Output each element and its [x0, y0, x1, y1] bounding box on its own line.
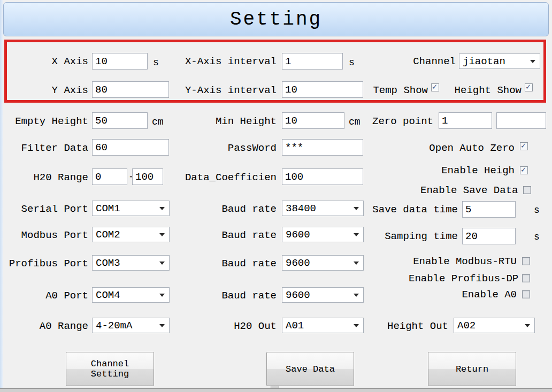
a0-range-value: 4-20mA: [93, 320, 159, 332]
serial-baud-rate-dropdown[interactable]: 38400: [282, 201, 364, 216]
empty-height-input[interactable]: [92, 112, 148, 129]
profibus-port-value: COM3: [93, 257, 159, 269]
chevron-down-icon: [159, 233, 165, 236]
x-axis-interval-input[interactable]: [282, 53, 343, 70]
a0-port-dropdown[interactable]: COM4: [92, 287, 170, 303]
h20-range-from-input[interactable]: [92, 168, 127, 185]
enable-profibus-dp-label: Enable Profibus-DP: [409, 272, 517, 285]
a0-port-value: COM4: [93, 289, 159, 301]
samping-time-label: Samping time: [385, 230, 458, 243]
y-axis-input[interactable]: [92, 81, 169, 98]
a0-range-label: A0 Range: [10, 320, 88, 333]
h20-out-dropdown[interactable]: A01: [282, 318, 364, 333]
profibus-baud-rate-label: Baud rate: [209, 257, 277, 270]
modbus-baud-rate-label: Baud rate: [209, 229, 277, 242]
enable-modbus-rtu-checkbox[interactable]: [522, 257, 530, 265]
enable-save-data-label: Enable Save Data: [420, 184, 518, 197]
data-coefficien-input[interactable]: [282, 168, 363, 185]
empty-height-unit: cm: [152, 116, 164, 128]
enable-save-data-checkbox[interactable]: [523, 186, 531, 194]
channel-dropdown[interactable]: jiaotan: [459, 53, 540, 69]
profibus-port-label: Profibus Port: [1, 257, 88, 270]
title-bar: Setting: [3, 2, 549, 36]
data-coefficien-label: Data_Coefficien: [179, 171, 277, 184]
enable-a0-checkbox[interactable]: [522, 290, 530, 298]
y-axis-label: Y Axis: [11, 84, 88, 97]
serial-baud-rate-value: 38400: [282, 203, 354, 214]
channel-setting-button[interactable]: Channel Setting: [66, 352, 154, 386]
min-height-unit: cm: [349, 116, 361, 128]
serial-baud-rate-label: Baud rate: [209, 203, 277, 216]
chevron-down-icon: [525, 324, 530, 327]
chevron-down-icon: [354, 324, 359, 327]
a0-range-dropdown[interactable]: 4-20mA: [92, 318, 170, 333]
chevron-down-icon: [530, 60, 535, 63]
serial-port-value: COM1: [93, 203, 159, 214]
a0-baud-rate-dropdown[interactable]: 9600: [282, 287, 364, 303]
temp-show-label: Temp Show: [368, 84, 428, 97]
profibus-baud-rate-dropdown[interactable]: 9600: [282, 255, 364, 271]
y-axis-interval-input[interactable]: [282, 81, 363, 98]
h20-range-label: H20 Range: [10, 171, 88, 184]
samping-time-input[interactable]: [462, 228, 516, 244]
h20-out-value: A01: [282, 320, 354, 332]
zero-point-input[interactable]: [439, 112, 492, 129]
h20-range-to-input[interactable]: [132, 168, 163, 185]
a0-port-label: A0 Port: [10, 289, 88, 302]
x-axis-unit: s: [153, 57, 159, 68]
profibus-port-dropdown[interactable]: COM3: [92, 255, 170, 271]
filter-data-label: Filter Data: [10, 142, 88, 155]
serial-port-dropdown[interactable]: COM1: [92, 201, 170, 216]
zero-point-label: Zero point: [372, 115, 433, 128]
temp-show-checkbox[interactable]: [431, 83, 439, 91]
a0-baud-rate-label: Baud rate: [209, 289, 277, 302]
a0-baud-rate-value: 9600: [282, 289, 354, 301]
chevron-down-icon: [354, 294, 359, 297]
enable-heigh-checkbox[interactable]: [520, 166, 528, 174]
save-data-time-label: Save data time: [369, 203, 458, 216]
x-axis-input[interactable]: [92, 53, 148, 70]
setting-window: Setting X Axis s X-Axis interval s Chann…: [0, 0, 552, 392]
page-title: Setting: [230, 9, 322, 30]
save-data-time-unit: s: [534, 204, 540, 216]
height-out-value: A02: [454, 320, 525, 332]
enable-a0-label: Enable A0: [462, 288, 517, 301]
chevron-down-icon: [354, 262, 359, 265]
height-show-checkbox[interactable]: [525, 83, 533, 91]
channel-value: jiaotan: [459, 56, 530, 67]
height-out-dropdown[interactable]: A02: [454, 318, 535, 333]
enable-heigh-label: Enable Heigh: [441, 164, 515, 177]
modbus-port-label: Modbus Port: [10, 229, 88, 242]
serial-port-label: Serial Port: [10, 203, 88, 216]
password-input[interactable]: [282, 139, 363, 156]
chevron-down-icon: [159, 262, 165, 265]
modbus-baud-rate-value: 9600: [282, 229, 354, 241]
min-height-label: Min Height: [209, 115, 277, 128]
zero-point-input-2[interactable]: [496, 112, 546, 129]
modbus-port-value: COM2: [93, 229, 159, 241]
height-show-label: Height Show: [452, 84, 522, 97]
modbus-baud-rate-dropdown[interactable]: 9600: [282, 227, 364, 242]
bottom-edge-strip: [0, 388, 552, 392]
chevron-down-icon: [354, 233, 359, 236]
min-height-input[interactable]: [282, 112, 344, 129]
chevron-down-icon: [159, 324, 165, 327]
samping-time-unit: s: [534, 231, 540, 243]
password-label: PassWord: [209, 142, 277, 155]
save-data-time-input[interactable]: [462, 201, 516, 218]
return-button[interactable]: Return: [428, 352, 516, 386]
chevron-down-icon: [159, 207, 165, 210]
profibus-baud-rate-value: 9600: [282, 257, 354, 269]
left-edge-strip: [0, 0, 3, 392]
enable-modbus-rtu-label: Enable Modbus-RTU: [412, 255, 517, 268]
filter-data-input[interactable]: [92, 139, 169, 156]
chevron-down-icon: [354, 207, 359, 210]
height-out-label: Height Out: [387, 320, 448, 333]
save-data-button[interactable]: Save Data: [266, 352, 354, 386]
open-auto-zero-checkbox[interactable]: [520, 142, 528, 150]
enable-profibus-dp-checkbox[interactable]: [522, 274, 530, 282]
open-auto-zero-label: Open Auto Zero: [425, 142, 515, 155]
h20-out-label: H20 Out: [209, 320, 277, 333]
modbus-port-dropdown[interactable]: COM2: [92, 227, 170, 242]
channel-label: Channel: [412, 55, 456, 68]
